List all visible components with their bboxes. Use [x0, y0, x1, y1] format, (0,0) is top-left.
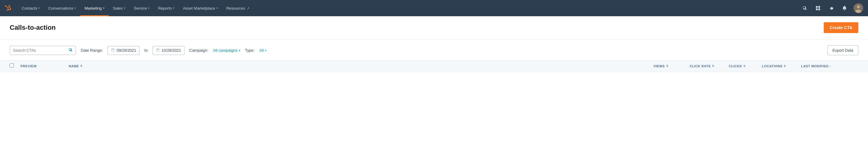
nav-item-asset-marketplace[interactable]: Asset Marketplace ▾: [179, 0, 222, 16]
column-header-last-modified[interactable]: LAST MODIFIED ↓: [801, 64, 858, 68]
chevron-down-icon: ▾: [148, 7, 150, 10]
notifications-button[interactable]: [840, 4, 849, 12]
sort-desc-icon: ↓: [830, 65, 831, 68]
date-from-value: 09/29/2021: [117, 48, 136, 53]
column-header-preview: PREVIEW: [21, 64, 69, 68]
campaign-value: All campaigns: [213, 48, 238, 53]
chevron-down-icon: ▾: [74, 7, 76, 10]
campaign-dropdown[interactable]: All campaigns ▾: [213, 48, 240, 53]
filters-row: Date Range: 09/29/2021 to 10/28/2021 Cam…: [0, 39, 868, 60]
nav-item-resources[interactable]: Resources ↗: [222, 0, 253, 16]
date-separator: to: [144, 48, 148, 53]
nav-item-marketing[interactable]: Marketing ▾: [80, 0, 108, 16]
type-dropdown[interactable]: All ▾: [259, 48, 267, 53]
export-data-button[interactable]: Export Data: [827, 45, 858, 55]
nav-item-sales[interactable]: Sales ▾: [109, 0, 130, 16]
sort-icon: ⇅: [80, 65, 83, 68]
nav-item-contacts[interactable]: Contacts ▾: [18, 0, 44, 16]
calendar-icon: [111, 48, 115, 53]
chevron-down-icon: ▾: [173, 7, 175, 10]
date-from-input[interactable]: 09/29/2021: [107, 46, 140, 55]
settings-button[interactable]: [827, 4, 835, 12]
calendar-icon: [156, 48, 160, 53]
column-header-click-rate[interactable]: CLICK RATE ⇅: [689, 64, 729, 68]
nav-item-reports[interactable]: Reports ▾: [154, 0, 179, 16]
campaign-label: Campaign:: [189, 48, 208, 53]
nav-items: Contacts ▾ Conversations ▾ Marketing ▾ S…: [18, 0, 801, 16]
chevron-down-icon: ▾: [103, 7, 104, 10]
type-label: Type:: [245, 48, 255, 53]
page-header: Calls-to-action Create CTA: [0, 16, 868, 39]
svg-point-1: [857, 5, 860, 8]
page-title: Calls-to-action: [10, 24, 56, 32]
search-box[interactable]: [10, 46, 76, 55]
sort-icon: ⇅: [666, 65, 669, 68]
navbar-right: [801, 3, 863, 13]
column-header-clicks[interactable]: CLICKS ⇅: [729, 64, 762, 68]
navbar: Contacts ▾ Conversations ▾ Marketing ▾ S…: [0, 0, 868, 16]
select-all-checkbox[interactable]: [10, 64, 14, 68]
sort-icon: ⇅: [712, 65, 714, 68]
type-value: All: [259, 48, 264, 53]
external-link-icon: ↗: [247, 7, 249, 10]
nav-item-service[interactable]: Service ▾: [130, 0, 154, 16]
search-icon: [68, 48, 73, 53]
nav-item-conversations[interactable]: Conversations ▾: [44, 0, 80, 16]
column-header-locations[interactable]: LOCATIONS ⇅: [762, 64, 801, 68]
column-header-views[interactable]: VIEWS ⇅: [653, 64, 689, 68]
select-all-checkbox-cell[interactable]: [10, 64, 21, 69]
sort-icon: ⇅: [743, 65, 746, 68]
column-header-name[interactable]: NAME ⇅: [69, 64, 653, 68]
chevron-down-icon: ▾: [124, 7, 125, 10]
date-to-value: 10/28/2021: [161, 48, 181, 53]
chevron-down-icon: ▾: [239, 49, 240, 52]
sort-icon: ⇅: [784, 65, 786, 68]
chevron-down-icon: ▾: [38, 7, 40, 10]
user-avatar[interactable]: [854, 3, 863, 13]
chevron-down-icon: ▾: [265, 49, 267, 52]
date-to-input[interactable]: 10/28/2021: [153, 46, 184, 55]
date-range-label: Date Range:: [81, 48, 103, 53]
create-cta-button[interactable]: Create CTA: [824, 22, 858, 33]
marketplace-button[interactable]: [814, 4, 822, 12]
table-header: PREVIEW NAME ⇅ VIEWS ⇅ CLICK RATE ⇅ CLIC…: [0, 60, 868, 72]
chevron-down-icon: ▾: [216, 7, 218, 10]
hubspot-logo[interactable]: [5, 4, 12, 12]
search-input[interactable]: [13, 48, 67, 53]
search-button[interactable]: [801, 4, 809, 12]
